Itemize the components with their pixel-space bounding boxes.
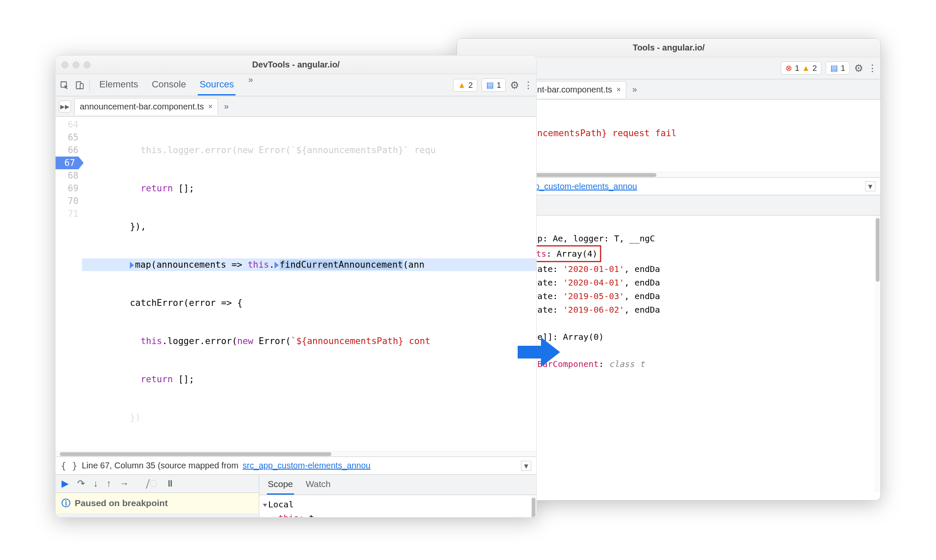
horizontal-scrollbar[interactable]	[56, 451, 536, 456]
breakpoint-line: 67	[56, 157, 78, 169]
warn-count: 2	[813, 64, 817, 73]
file-tab-active[interactable]: announcement-bar.component.ts ×	[74, 98, 218, 115]
msg-count: 1	[841, 64, 845, 73]
scope-body: Local this: t e: Array(4) 0: {startDate:…	[259, 495, 536, 518]
code-gutter[interactable]: 64 65 66 67 68 69 70 71	[56, 117, 82, 451]
status-dropdown-icon[interactable]: ▾	[521, 461, 531, 471]
pretty-print-icon[interactable]: { }	[61, 460, 78, 471]
lower-pane: ▶ ↷ ↓ ↑ → ⧸◌ ⏸ ⓘ Paused on breakpoint ▼T…	[56, 475, 536, 518]
status-line: { } Line 67, Column 35 (source mapped fr…	[56, 456, 536, 475]
devtools-window-left: DevTools - angular.io/ Elements Console …	[55, 55, 537, 518]
inspect-icon[interactable]	[59, 80, 70, 91]
paused-banner: ⓘ Paused on breakpoint	[56, 493, 259, 514]
message-icon: ▤	[830, 63, 838, 73]
files-overflow-icon[interactable]: »	[630, 84, 639, 94]
more-icon[interactable]: ⋮	[524, 80, 533, 91]
file-name: announcement-bar.component.ts	[80, 102, 204, 112]
show-navigator-icon[interactable]: ▸▸	[59, 101, 71, 112]
info-icon: ⓘ	[62, 497, 70, 509]
step-out-icon[interactable]: ↑	[106, 478, 111, 489]
code-line: this.logger.error(new Error(`${announcem…	[82, 144, 536, 157]
titlebar: DevTools - angular.io/	[56, 56, 536, 74]
code-view: 64 65 66 67 68 69 70 71 this.logger.erro…	[56, 117, 536, 451]
window-title: Tools - angular.io/	[633, 43, 705, 53]
titlebar: Tools - angular.io/	[457, 39, 880, 57]
msg-count: 1	[496, 81, 501, 90]
message-icon: ▤	[486, 80, 494, 90]
pause-exceptions-icon[interactable]: ⏸	[165, 478, 175, 489]
breakpoint-marker-icon	[275, 262, 279, 269]
files-overflow-icon[interactable]: »	[221, 101, 231, 111]
debugger-controls: ▶ ↷ ↓ ↑ → ⧸◌ ⏸	[56, 475, 259, 493]
resume-icon[interactable]: ▶	[62, 478, 69, 489]
more-icon[interactable]: ⋮	[868, 63, 877, 74]
error-icon: ⊗	[785, 63, 792, 73]
close-icon[interactable]: ×	[617, 85, 621, 94]
warning-icon: ▲	[802, 64, 810, 73]
tab-watch[interactable]: Watch	[305, 475, 332, 495]
debugger-sidebar: ▶ ↷ ↓ ↑ → ⧸◌ ⏸ ⓘ Paused on breakpoint ▼T…	[56, 475, 259, 518]
tab-scope[interactable]: Scope	[267, 475, 294, 495]
source-map-link[interactable]: src_app_custom-elements_annou	[243, 461, 370, 470]
toolbar: Elements Console Sources » ▲ 2 ▤ 1 ⚙ ⋮	[56, 74, 536, 96]
tabs-overflow-icon[interactable]: »	[246, 75, 255, 95]
traffic-lights	[62, 62, 90, 68]
error-count: 1	[795, 64, 799, 73]
step-icon[interactable]: →	[120, 478, 129, 489]
code-line: })	[82, 411, 536, 424]
code-line: }),	[82, 220, 536, 233]
svg-rect-2	[80, 84, 83, 89]
deactivate-breakpoints-icon[interactable]: ⧸◌	[146, 478, 157, 489]
settings-icon[interactable]: ⚙	[854, 62, 863, 74]
warn-count: 2	[468, 81, 473, 90]
breakpoint-marker-icon	[130, 262, 134, 269]
tab-sources[interactable]: Sources	[198, 75, 235, 95]
message-badge[interactable]: ▤1	[826, 62, 850, 75]
comparison-arrow-icon	[518, 335, 560, 369]
message-badge[interactable]: ▤ 1	[482, 78, 506, 92]
tab-elements[interactable]: Elements	[98, 75, 140, 95]
device-icon[interactable]	[74, 80, 85, 91]
close-icon[interactable]: ×	[208, 102, 213, 111]
step-over-icon[interactable]: ↷	[77, 478, 85, 489]
scope-tabs: Scope Watch	[259, 475, 536, 495]
vertical-scrollbar[interactable]	[875, 216, 880, 492]
tab-console[interactable]: Console	[150, 75, 188, 95]
error-warn-badge[interactable]: ⊗1 ▲2	[781, 62, 821, 75]
code-line: catchError(error => {	[82, 297, 536, 309]
warning-badge[interactable]: ▲ 2	[453, 79, 477, 92]
status-text: Line 67, Column 35 (source mapped from	[82, 461, 238, 470]
warning-icon: ▲	[458, 81, 466, 90]
threads-header[interactable]: ▼Threads	[56, 514, 259, 518]
paused-text: Paused on breakpoint	[75, 498, 168, 508]
code-line-current: map(announcements => this.findCurrentAnn…	[82, 258, 536, 271]
settings-icon[interactable]: ⚙	[510, 79, 519, 91]
file-tabs: ▸▸ announcement-bar.component.ts × »	[56, 96, 536, 117]
vertical-scrollbar[interactable]	[531, 495, 536, 518]
window-title: DevTools - angular.io/	[252, 60, 339, 70]
step-into-icon[interactable]: ↓	[93, 478, 98, 489]
status-dropdown-icon[interactable]: ▾	[865, 181, 875, 191]
